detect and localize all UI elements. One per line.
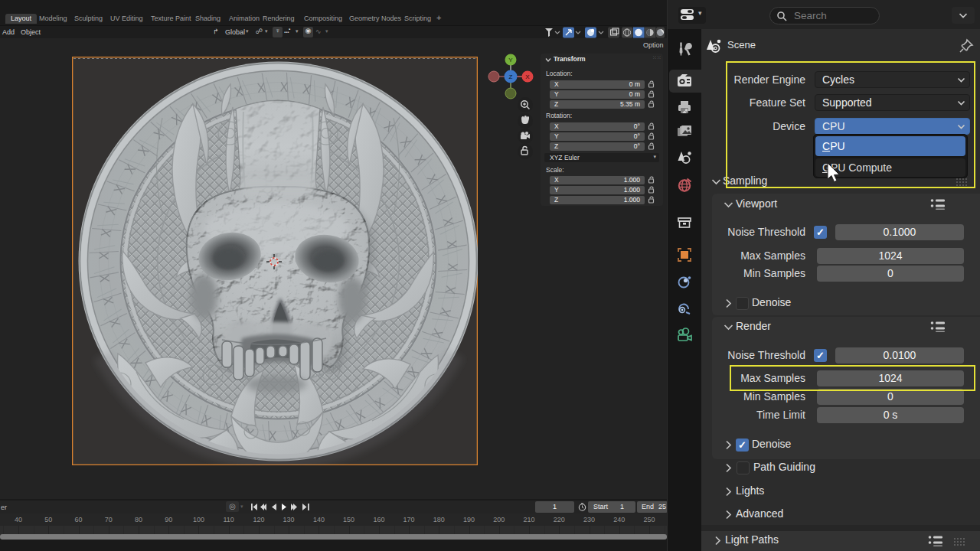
svg-text:X: X [525, 73, 530, 80]
svg-text:Z: Z [509, 73, 513, 80]
svg-text:Y: Y [508, 57, 513, 64]
